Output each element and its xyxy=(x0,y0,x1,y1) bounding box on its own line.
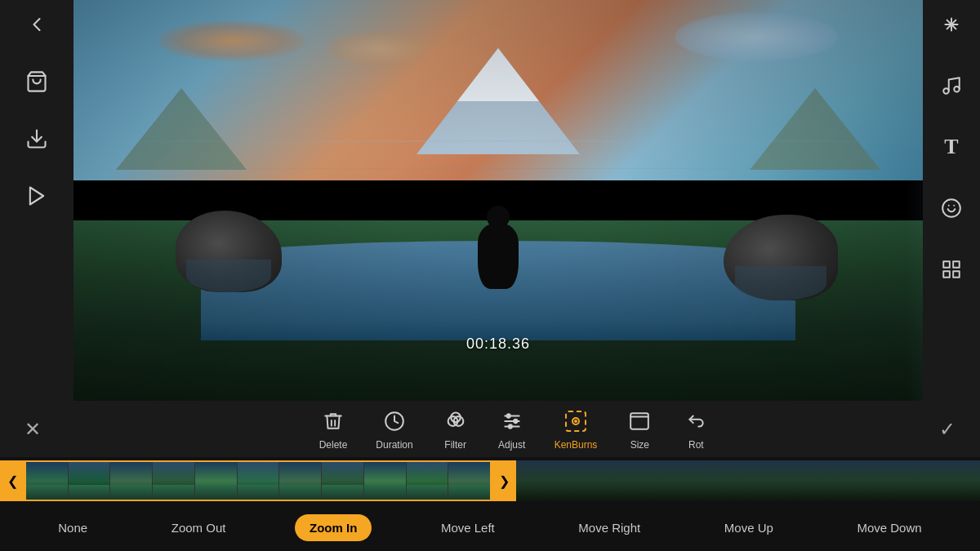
svg-rect-15 xyxy=(943,271,950,278)
bottom-panel: ✕ Delete xyxy=(0,401,980,551)
svg-rect-14 xyxy=(953,271,960,278)
toolbar: ✕ Delete xyxy=(0,401,980,457)
toolbar-left: ✕ xyxy=(16,413,49,446)
zoom-out-option[interactable]: Zoom Out xyxy=(157,514,241,541)
adjust-tool[interactable]: Adjust xyxy=(498,407,526,451)
delete-label: Delete xyxy=(319,439,348,451)
left-sidebar xyxy=(0,0,74,401)
svg-point-23 xyxy=(506,414,510,417)
close-button[interactable]: ✕ xyxy=(16,413,49,446)
frame-4 xyxy=(153,462,195,500)
frame-9 xyxy=(364,462,407,500)
frame-11 xyxy=(448,462,490,500)
svg-point-25 xyxy=(508,424,511,428)
svg-point-8 xyxy=(954,87,960,92)
timeline-strip: ❮ ❯ xyxy=(0,457,980,504)
timeline-frames xyxy=(24,460,492,501)
download-button[interactable] xyxy=(20,122,53,155)
size-icon xyxy=(626,407,653,435)
timeline-right-arrow[interactable]: ❯ xyxy=(492,460,516,501)
adjust-icon xyxy=(498,407,526,435)
filter-icon xyxy=(442,407,470,435)
text-button[interactable]: T xyxy=(935,131,968,163)
duration-icon xyxy=(381,407,408,435)
right-sidebar: T xyxy=(923,0,980,401)
filter-tool[interactable]: Filter xyxy=(442,407,470,451)
svg-marker-2 xyxy=(30,188,43,205)
layout-button[interactable] xyxy=(935,253,968,286)
move-right-option[interactable]: Move Right xyxy=(564,514,655,541)
rot-icon xyxy=(682,407,710,435)
main-area: 00:18.36 T xyxy=(0,0,980,401)
frame-10 xyxy=(407,462,449,500)
rot-tool[interactable]: Rot xyxy=(682,407,710,451)
duration-label: Duration xyxy=(376,439,412,451)
check-button[interactable]: ✓ xyxy=(931,413,964,446)
delete-tool[interactable]: Delete xyxy=(319,407,348,451)
frame-1 xyxy=(26,462,69,500)
timeline-extra xyxy=(516,460,980,501)
kenburns-tool[interactable]: KenBurns xyxy=(555,407,598,451)
frame-7 xyxy=(279,462,322,500)
options-bar: None Zoom Out Zoom In Move Left Move Rig… xyxy=(0,504,980,551)
svg-rect-13 xyxy=(953,261,960,268)
svg-rect-26 xyxy=(631,413,649,429)
delete-icon xyxy=(319,407,347,435)
size-label: Size xyxy=(630,439,649,451)
emoji-button[interactable] xyxy=(935,192,968,224)
kenburns-icon xyxy=(562,407,590,435)
video-preview: 00:18.36 xyxy=(74,0,923,401)
frame-3 xyxy=(110,462,153,500)
frame-5 xyxy=(195,462,238,500)
move-up-option[interactable]: Move Up xyxy=(710,514,788,541)
svg-point-9 xyxy=(942,199,960,217)
rot-label: Rot xyxy=(688,439,704,451)
video-timestamp: 00:18.36 xyxy=(466,335,530,353)
frame-8 xyxy=(322,462,364,500)
duration-tool[interactable]: Duration xyxy=(376,407,412,451)
svg-point-24 xyxy=(514,420,517,423)
magic-button[interactable] xyxy=(935,8,968,41)
size-tool[interactable]: Size xyxy=(626,407,653,451)
none-option[interactable]: None xyxy=(43,514,102,541)
back-button[interactable] xyxy=(20,8,53,41)
shop-button[interactable] xyxy=(20,65,53,98)
svg-rect-12 xyxy=(943,261,950,268)
filter-label: Filter xyxy=(444,439,466,451)
toolbar-items: Delete Duration xyxy=(319,407,710,451)
music-button[interactable] xyxy=(935,69,968,102)
svg-point-7 xyxy=(943,88,949,94)
move-left-option[interactable]: Move Left xyxy=(426,514,510,541)
kenburns-label: KenBurns xyxy=(555,439,598,451)
play-button[interactable] xyxy=(20,180,53,212)
frame-6 xyxy=(238,462,280,500)
move-down-option[interactable]: Move Down xyxy=(842,514,936,541)
frame-2 xyxy=(69,462,111,500)
adjust-label: Adjust xyxy=(498,439,525,451)
person-silhouette xyxy=(478,224,519,289)
zoom-in-option[interactable]: Zoom In xyxy=(295,514,372,541)
timeline-left-arrow[interactable]: ❮ xyxy=(0,460,24,501)
